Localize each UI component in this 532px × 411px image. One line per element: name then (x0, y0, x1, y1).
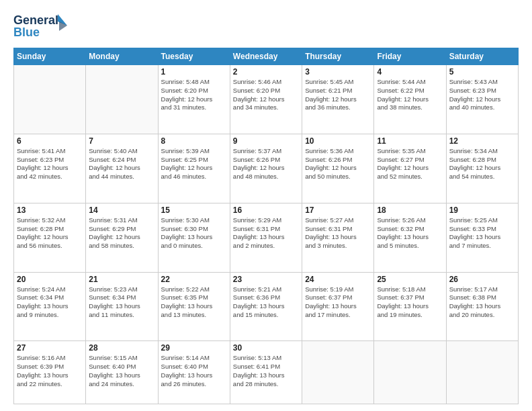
day-info: Sunrise: 5:32 AM Sunset: 6:28 PM Dayligh… (17, 216, 83, 250)
calendar-cell: 12Sunrise: 5:34 AM Sunset: 6:28 PM Dayli… (446, 134, 518, 203)
day-info: Sunrise: 5:23 AM Sunset: 6:34 PM Dayligh… (89, 285, 154, 320)
day-info: Sunrise: 5:27 AM Sunset: 6:31 PM Dayligh… (305, 216, 371, 250)
calendar-cell: 13Sunrise: 5:32 AM Sunset: 6:28 PM Dayli… (14, 203, 86, 272)
calendar-cell: 23Sunrise: 5:21 AM Sunset: 6:36 PM Dayli… (230, 272, 302, 341)
calendar-cell: 26Sunrise: 5:17 AM Sunset: 6:38 PM Dayli… (446, 272, 518, 341)
day-number: 12 (449, 136, 515, 146)
day-info: Sunrise: 5:19 AM Sunset: 6:37 PM Dayligh… (305, 285, 371, 320)
day-info: Sunrise: 5:43 AM Sunset: 6:23 PM Dayligh… (449, 78, 515, 112)
calendar-cell: 1Sunrise: 5:48 AM Sunset: 6:20 PM Daylig… (158, 65, 230, 134)
day-number: 4 (377, 67, 443, 77)
day-number: 17 (305, 205, 371, 215)
calendar-cell: 21Sunrise: 5:23 AM Sunset: 6:34 PM Dayli… (86, 272, 158, 341)
logo: GeneralBlue (13, 11, 67, 41)
day-number: 14 (89, 205, 154, 215)
calendar-cell: 28Sunrise: 5:15 AM Sunset: 6:40 PM Dayli… (86, 341, 158, 404)
day-number: 15 (161, 205, 227, 215)
calendar-cell: 20Sunrise: 5:24 AM Sunset: 6:34 PM Dayli… (14, 272, 86, 341)
calendar-cell: 10Sunrise: 5:36 AM Sunset: 6:26 PM Dayli… (302, 134, 374, 203)
calendar-cell: 29Sunrise: 5:14 AM Sunset: 6:40 PM Dayli… (158, 341, 230, 404)
calendar-cell: 25Sunrise: 5:18 AM Sunset: 6:37 PM Dayli… (374, 272, 446, 341)
day-info: Sunrise: 5:44 AM Sunset: 6:22 PM Dayligh… (377, 78, 443, 112)
day-number: 30 (233, 343, 299, 353)
day-info: Sunrise: 5:14 AM Sunset: 6:40 PM Dayligh… (161, 354, 227, 388)
calendar-cell: 4Sunrise: 5:44 AM Sunset: 6:22 PM Daylig… (374, 65, 446, 134)
calendar-header-row: SundayMondayTuesdayWednesdayThursdayFrid… (14, 48, 519, 65)
day-info: Sunrise: 5:16 AM Sunset: 6:39 PM Dayligh… (17, 354, 83, 388)
day-number: 22 (161, 275, 227, 284)
svg-text:General: General (13, 13, 58, 27)
day-info: Sunrise: 5:15 AM Sunset: 6:40 PM Dayligh… (89, 354, 154, 388)
day-info: Sunrise: 5:13 AM Sunset: 6:41 PM Dayligh… (233, 354, 299, 388)
day-number: 24 (305, 275, 371, 284)
day-number: 23 (233, 275, 299, 284)
day-info: Sunrise: 5:48 AM Sunset: 6:20 PM Dayligh… (161, 78, 227, 112)
calendar-cell (302, 341, 374, 404)
day-number: 5 (449, 67, 515, 77)
day-number: 18 (377, 205, 443, 215)
day-info: Sunrise: 5:41 AM Sunset: 6:23 PM Dayligh… (17, 147, 83, 181)
calendar-cell: 8Sunrise: 5:39 AM Sunset: 6:25 PM Daylig… (158, 134, 230, 203)
calendar-cell: 14Sunrise: 5:31 AM Sunset: 6:29 PM Dayli… (86, 203, 158, 272)
calendar-cell: 2Sunrise: 5:46 AM Sunset: 6:20 PM Daylig… (230, 65, 302, 134)
day-number: 21 (89, 275, 154, 284)
day-number: 8 (161, 136, 227, 146)
day-info: Sunrise: 5:39 AM Sunset: 6:25 PM Dayligh… (161, 147, 227, 181)
calendar-cell: 19Sunrise: 5:25 AM Sunset: 6:33 PM Dayli… (446, 203, 518, 272)
day-number: 28 (89, 343, 154, 353)
day-info: Sunrise: 5:29 AM Sunset: 6:31 PM Dayligh… (233, 216, 299, 250)
day-info: Sunrise: 5:22 AM Sunset: 6:35 PM Dayligh… (161, 285, 227, 320)
calendar-cell: 27Sunrise: 5:16 AM Sunset: 6:39 PM Dayli… (14, 341, 86, 404)
day-info: Sunrise: 5:36 AM Sunset: 6:26 PM Dayligh… (305, 147, 371, 181)
day-number: 3 (305, 67, 371, 77)
day-number: 2 (233, 67, 299, 77)
day-of-week-header: Saturday (446, 48, 518, 65)
day-info: Sunrise: 5:34 AM Sunset: 6:28 PM Dayligh… (449, 147, 515, 181)
calendar-cell: 18Sunrise: 5:26 AM Sunset: 6:32 PM Dayli… (374, 203, 446, 272)
day-info: Sunrise: 5:18 AM Sunset: 6:37 PM Dayligh… (377, 285, 443, 320)
calendar-cell (86, 65, 158, 134)
day-of-week-header: Thursday (302, 48, 374, 65)
day-info: Sunrise: 5:21 AM Sunset: 6:36 PM Dayligh… (233, 285, 299, 320)
calendar-cell: 30Sunrise: 5:13 AM Sunset: 6:41 PM Dayli… (230, 341, 302, 404)
day-number: 26 (449, 275, 515, 284)
calendar-cell: 6Sunrise: 5:41 AM Sunset: 6:23 PM Daylig… (14, 134, 86, 203)
calendar-cell: 24Sunrise: 5:19 AM Sunset: 6:37 PM Dayli… (302, 272, 374, 341)
day-number: 9 (233, 136, 299, 146)
day-info: Sunrise: 5:25 AM Sunset: 6:33 PM Dayligh… (449, 216, 515, 250)
page-header: GeneralBlue (13, 11, 519, 41)
calendar-cell (14, 65, 86, 134)
day-number: 10 (305, 136, 371, 146)
day-number: 27 (17, 343, 83, 353)
day-number: 6 (17, 136, 83, 146)
day-info: Sunrise: 5:40 AM Sunset: 6:24 PM Dayligh… (89, 147, 154, 181)
day-of-week-header: Tuesday (158, 48, 230, 65)
calendar-cell: 16Sunrise: 5:29 AM Sunset: 6:31 PM Dayli… (230, 203, 302, 272)
day-info: Sunrise: 5:17 AM Sunset: 6:38 PM Dayligh… (449, 285, 515, 320)
day-number: 1 (161, 67, 227, 77)
day-info: Sunrise: 5:26 AM Sunset: 6:32 PM Dayligh… (377, 216, 443, 250)
day-number: 11 (377, 136, 443, 146)
calendar-cell: 7Sunrise: 5:40 AM Sunset: 6:24 PM Daylig… (86, 134, 158, 203)
day-number: 13 (17, 205, 83, 215)
calendar-cell: 17Sunrise: 5:27 AM Sunset: 6:31 PM Dayli… (302, 203, 374, 272)
calendar-table: SundayMondayTuesdayWednesdayThursdayFrid… (13, 48, 519, 404)
day-of-week-header: Friday (374, 48, 446, 65)
calendar-cell (374, 341, 446, 404)
calendar-cell: 11Sunrise: 5:35 AM Sunset: 6:27 PM Dayli… (374, 134, 446, 203)
calendar-cell: 9Sunrise: 5:37 AM Sunset: 6:26 PM Daylig… (230, 134, 302, 203)
day-number: 19 (449, 205, 515, 215)
logo-svg: GeneralBlue (13, 11, 67, 41)
calendar-cell: 3Sunrise: 5:45 AM Sunset: 6:21 PM Daylig… (302, 65, 374, 134)
calendar-cell (446, 341, 518, 404)
day-of-week-header: Sunday (14, 48, 86, 65)
day-info: Sunrise: 5:37 AM Sunset: 6:26 PM Dayligh… (233, 147, 299, 181)
day-info: Sunrise: 5:45 AM Sunset: 6:21 PM Dayligh… (305, 78, 371, 112)
day-of-week-header: Wednesday (230, 48, 302, 65)
day-info: Sunrise: 5:35 AM Sunset: 6:27 PM Dayligh… (377, 147, 443, 181)
day-number: 29 (161, 343, 227, 353)
day-number: 20 (17, 275, 83, 284)
day-info: Sunrise: 5:30 AM Sunset: 6:30 PM Dayligh… (161, 216, 227, 250)
day-number: 25 (377, 275, 443, 284)
day-info: Sunrise: 5:46 AM Sunset: 6:20 PM Dayligh… (233, 78, 299, 112)
